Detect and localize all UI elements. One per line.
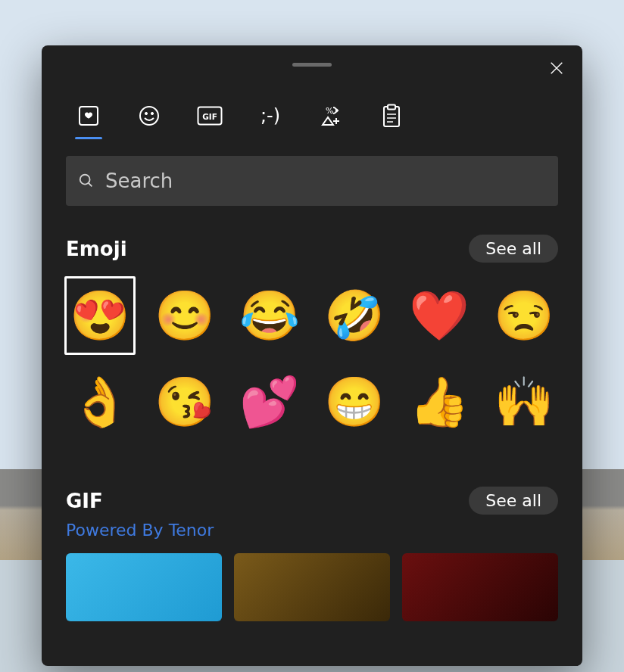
emoji-face-blowing-a-kiss[interactable]: 😘 <box>149 362 220 441</box>
svg-point-2 <box>145 112 147 114</box>
tab-clipboard[interactable] <box>373 97 410 135</box>
close-button[interactable] <box>541 53 572 83</box>
gif-thumbnail[interactable] <box>66 553 222 621</box>
search-icon <box>78 173 95 189</box>
gif-section-header: GIF See all <box>42 441 582 515</box>
svg-point-12 <box>80 175 90 185</box>
gif-see-all-button[interactable]: See all <box>469 487 558 515</box>
gif-thumbnail-row <box>42 540 582 621</box>
emoji-raising-hands[interactable]: 🙌 <box>488 362 560 441</box>
search-field[interactable] <box>66 156 558 206</box>
close-icon <box>548 60 565 76</box>
emoji-grid: 😍😊😂🤣❤️😒👌😘💕😁👍🙌 <box>42 263 582 441</box>
svg-point-1 <box>140 107 158 125</box>
emoji-rolling-on-the-floor-laughing[interactable]: 🤣 <box>319 276 390 355</box>
emoji-see-all-button[interactable]: See all <box>469 235 558 263</box>
kaomoji-icon: ;-) <box>261 105 280 126</box>
symbols-icon: % <box>320 104 342 127</box>
emoji-beaming-face-with-smiling-eyes[interactable]: 😁 <box>319 362 390 441</box>
category-tabs: GIF ;-) % <box>42 83 582 135</box>
gif-thumbnail[interactable] <box>402 553 558 621</box>
tab-symbols[interactable]: % <box>313 97 349 135</box>
grip-row <box>42 45 582 83</box>
tab-kaomoji[interactable]: ;-) <box>252 97 289 135</box>
tab-gif[interactable]: GIF <box>192 97 228 135</box>
svg-text:GIF: GIF <box>202 112 217 121</box>
emoji-two-hearts[interactable]: 💕 <box>234 362 305 441</box>
emoji-picker-panel: GIF ;-) % <box>42 45 582 666</box>
svg-text:%: % <box>326 106 333 116</box>
gif-section-title: GIF <box>66 490 103 512</box>
emoji-ok-hand[interactable]: 👌 <box>64 362 136 441</box>
tab-recents[interactable] <box>70 97 107 135</box>
emoji-red-heart[interactable]: ❤️ <box>404 276 475 355</box>
svg-point-3 <box>151 112 153 114</box>
emoji-smiling-face-with-smiling-eyes[interactable]: 😊 <box>149 276 220 355</box>
gif-icon: GIF <box>197 106 223 126</box>
svg-rect-8 <box>388 105 395 110</box>
clipboard-icon <box>382 104 401 128</box>
emoji-section-header: Emoji See all <box>42 206 582 263</box>
gif-powered-by-link[interactable]: Powered By Tenor <box>42 515 582 540</box>
emoji-unamused-face[interactable]: 😒 <box>488 276 560 355</box>
emoji-section-title: Emoji <box>66 238 127 260</box>
smiley-icon <box>138 104 161 127</box>
heart-square-icon <box>77 104 100 127</box>
svg-line-13 <box>89 183 92 187</box>
emoji-thumbs-up[interactable]: 👍 <box>404 362 475 441</box>
emoji-smiling-face-with-heart-eyes[interactable]: 😍 <box>64 276 136 355</box>
tab-emoji[interactable] <box>131 97 167 135</box>
gif-thumbnail[interactable] <box>234 553 390 621</box>
emoji-face-with-tears-of-joy[interactable]: 😂 <box>234 276 305 355</box>
drag-grip-icon[interactable] <box>292 63 332 67</box>
search-input[interactable] <box>105 170 546 192</box>
